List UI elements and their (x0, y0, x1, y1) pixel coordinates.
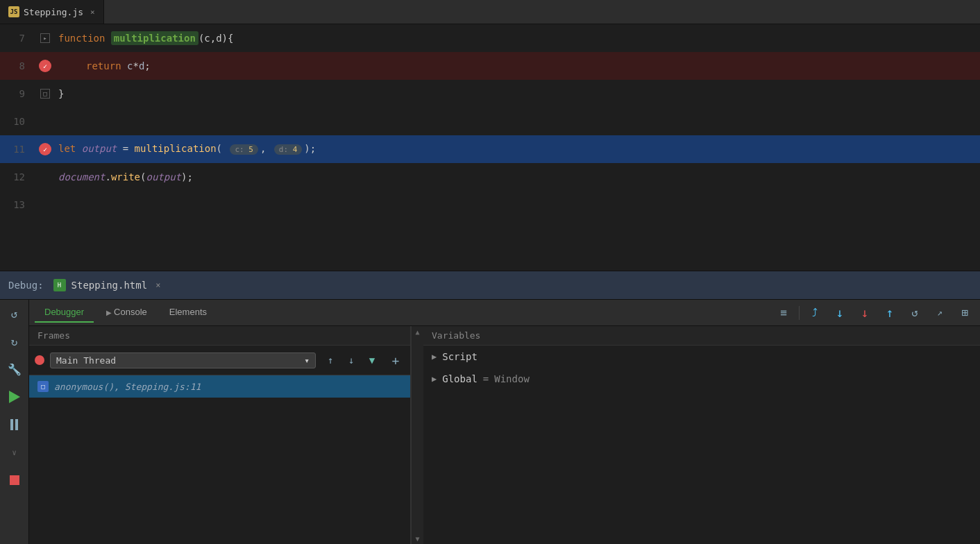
script-label: Script (442, 351, 478, 362)
line-content-12: document.write(output); (56, 163, 980, 191)
tab-close-button[interactable]: × (90, 8, 95, 17)
step-over-icon[interactable]: ⤴ (805, 303, 825, 323)
tab-filename: Stepping.js (24, 7, 83, 17)
stop-icon-btn[interactable] (6, 472, 23, 488)
reload-icon[interactable]: ↻ (6, 333, 23, 350)
code-line-12: 12 document.write(output); (0, 163, 980, 191)
tab-console[interactable]: ▶Console (96, 303, 157, 323)
scroll-up-button[interactable]: ▲ (412, 326, 423, 337)
pause-icon-btn[interactable] (6, 416, 23, 433)
tab-elements[interactable]: Elements (160, 303, 217, 323)
bottom-panel: ↺ ↻ 🔧 ∨ Debugger ▶Console Elements (0, 300, 980, 544)
code-lines: 7 ▸ function multiplication(c,d){ 8 retu… (0, 24, 980, 271)
global-value: Window (494, 373, 530, 384)
toolbar-separator (799, 306, 800, 320)
breakpoint-area-9[interactable]: □ (35, 89, 56, 99)
global-label: Global (442, 373, 478, 384)
frame-name: anonymous(), Stepping.js:11 (54, 382, 201, 392)
line-number-11: 11 (0, 144, 35, 155)
fold-arrow-7[interactable]: ▸ (40, 33, 50, 43)
badge-c: c: 5 (230, 144, 258, 155)
scroll-down-button[interactable]: ▼ (412, 533, 423, 544)
step-up-icon[interactable]: ↑ (880, 303, 899, 323)
hamburger-icon[interactable]: ≡ (774, 303, 793, 323)
line-number-8: 8 (0, 60, 35, 71)
js-icon: JS (8, 6, 19, 17)
wrench-icon[interactable]: 🔧 (6, 361, 23, 377)
tab-debugger[interactable]: Debugger (35, 303, 94, 323)
line-content-11: let output = multiplication( c: 5, d: 4)… (56, 135, 980, 164)
thread-bar: Main Thread ▾ ↑ ↓ ▼ + (29, 346, 410, 375)
line-number-13: 13 (0, 199, 35, 210)
code-line-8: 8 return c*d; (0, 52, 980, 80)
refresh-icon[interactable]: ↺ (6, 305, 23, 322)
thread-select[interactable]: Main Thread ▾ (50, 352, 316, 368)
debug-label: Debug: (8, 280, 44, 291)
debug-filename: Stepping.html (71, 280, 148, 291)
thread-up-button[interactable]: ↑ (321, 351, 339, 369)
file-tab[interactable]: JS Stepping.js × (0, 0, 104, 24)
grid-icon[interactable]: ⊞ (955, 303, 974, 323)
cursor-icon[interactable]: ↗ (930, 303, 949, 323)
panels-row: Frames Main Thread ▾ ↑ ↓ ▼ + (29, 326, 980, 544)
add-frame-button[interactable]: + (387, 351, 405, 369)
fold-arrow-9[interactable]: □ (40, 89, 50, 99)
code-line-7: 7 ▸ function multiplication(c,d){ (0, 24, 980, 52)
variables-panel: Variables ▶ Script ▶ Global = Window (423, 326, 980, 544)
debug-file-icon: H (53, 279, 66, 291)
toolbar-icons: ≡ ⤴ ↓ ↓ ↑ ↺ ↗ ⊞ (774, 303, 974, 323)
global-eq: = (483, 373, 489, 384)
breakpoint-area-11[interactable] (35, 143, 56, 155)
line-number-12: 12 (0, 171, 35, 182)
line-number-10: 10 (0, 116, 35, 127)
code-line-10: 10 (0, 108, 980, 135)
frame-icon: □ (37, 381, 49, 392)
debug-bar: Debug: H Stepping.html × (0, 271, 980, 300)
debug-close-button[interactable]: × (155, 280, 160, 290)
global-arrow: ▶ (432, 374, 437, 384)
chevron-down-icon[interactable]: ∨ (6, 444, 23, 461)
frame-item[interactable]: □ anonymous(), Stepping.js:11 (29, 375, 410, 398)
thread-dot (35, 355, 44, 365)
line-content-7: function multiplication(c,d){ (56, 24, 980, 52)
main-content: Debugger ▶Console Elements ≡ ⤴ ↓ ↓ ↑ ↺ ↗… (29, 300, 980, 544)
resume-icon[interactable]: ↺ (905, 303, 924, 323)
frames-header: Frames (29, 326, 410, 346)
line-number-7: 7 (0, 33, 35, 44)
play-icon-btn[interactable] (6, 389, 23, 405)
breakpoint-dot-8[interactable] (39, 60, 51, 72)
thread-down-button[interactable]: ↓ (342, 351, 360, 369)
stop-square (10, 475, 19, 485)
var-item-script[interactable]: ▶ Script (423, 346, 980, 368)
breakpoint-area-8[interactable] (35, 60, 56, 72)
play-triangle (9, 391, 20, 403)
script-arrow: ▶ (432, 352, 437, 362)
sidebar-icons: ↺ ↻ 🔧 ∨ (0, 300, 29, 544)
code-line-11: 11 let output = multiplication( c: 5, d:… (0, 135, 980, 163)
code-line-9: 9 □ } (0, 80, 980, 108)
filter-button[interactable]: ▼ (363, 351, 381, 369)
frames-panel: Frames Main Thread ▾ ↑ ↓ ▼ + (29, 326, 411, 544)
line-content-9: } (56, 80, 980, 108)
breakpoint-area-7[interactable]: ▸ (35, 33, 56, 43)
breakpoint-dot-11[interactable] (39, 143, 51, 155)
dropdown-arrow: ▾ (304, 355, 310, 366)
badge-d: d: 4 (274, 144, 303, 155)
step-into-icon[interactable]: ↓ (830, 303, 850, 323)
code-line-13: 13 (0, 191, 980, 219)
code-editor: 7 ▸ function multiplication(c,d){ 8 retu… (0, 24, 980, 271)
thread-actions: ↑ ↓ ▼ (321, 351, 381, 369)
step-out-icon[interactable]: ↓ (855, 303, 875, 323)
line-content-8: return c*d; (56, 52, 980, 80)
tabs-row: Debugger ▶Console Elements ≡ ⤴ ↓ ↓ ↑ ↺ ↗… (29, 300, 980, 326)
pause-bars (10, 419, 18, 430)
tab-bar: JS Stepping.js × (0, 0, 980, 24)
variables-header: Variables (423, 326, 980, 346)
console-arrow-icon: ▶ (106, 309, 112, 316)
var-item-global[interactable]: ▶ Global = Window (423, 368, 980, 390)
line-number-9: 9 (0, 88, 35, 99)
scroll-area: ▲ ▼ (411, 326, 423, 544)
